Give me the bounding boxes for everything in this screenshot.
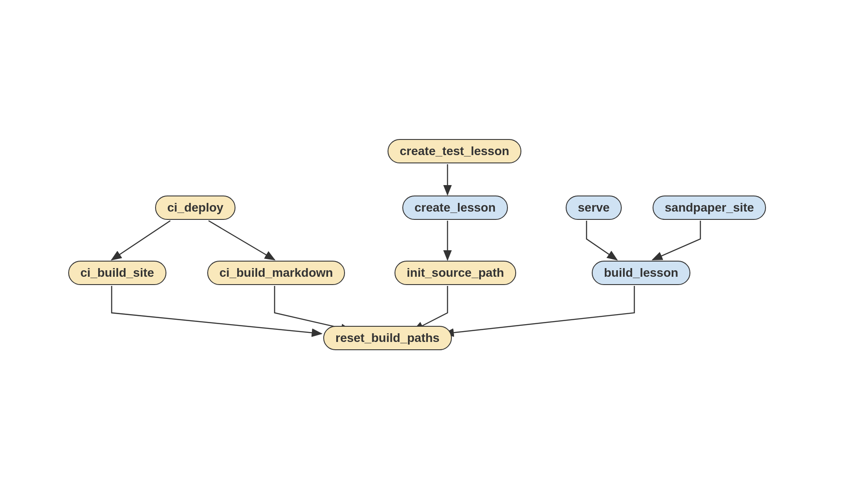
- diagram-container: create_test_lesson ci_deploy create_less…: [83, 139, 779, 365]
- edge-ci-build-markdown-to-reset-build-paths: [275, 286, 351, 330]
- node-label: create_test_lesson: [400, 144, 509, 158]
- node-label: reset_build_paths: [335, 331, 440, 345]
- node-create-lesson: create_lesson: [402, 196, 508, 220]
- edge-build-lesson-to-reset-build-paths: [444, 286, 634, 334]
- node-init-source-path: init_source_path: [395, 261, 516, 285]
- node-label: create_lesson: [414, 201, 496, 215]
- node-ci-build-site: ci_build_site: [68, 261, 166, 285]
- edge-serve-to-build-lesson: [587, 221, 617, 260]
- node-build-lesson: build_lesson: [592, 261, 690, 285]
- node-ci-deploy: ci_deploy: [155, 196, 235, 220]
- edge-sandpaper-site-to-build-lesson: [653, 221, 700, 260]
- node-label: ci_build_markdown: [219, 266, 333, 280]
- node-create-test-lesson: create_test_lesson: [388, 139, 521, 163]
- node-label: init_source_path: [407, 266, 504, 280]
- node-label: ci_build_site: [80, 266, 154, 280]
- node-label: ci_deploy: [167, 201, 223, 215]
- node-label: serve: [578, 201, 610, 215]
- node-reset-build-paths: reset_build_paths: [323, 326, 452, 350]
- node-label: sandpaper_site: [665, 201, 754, 215]
- edge-ci-deploy-to-ci-build-markdown: [209, 221, 275, 260]
- edge-ci-build-site-to-reset-build-paths: [112, 286, 322, 334]
- node-sandpaper-site: sandpaper_site: [653, 196, 766, 220]
- node-ci-build-markdown: ci_build_markdown: [207, 261, 345, 285]
- edge-ci-deploy-to-ci-build-site: [112, 221, 170, 260]
- edge-init-source-path-to-reset-build-paths: [414, 286, 448, 330]
- node-label: build_lesson: [604, 266, 678, 280]
- node-serve: serve: [566, 196, 622, 220]
